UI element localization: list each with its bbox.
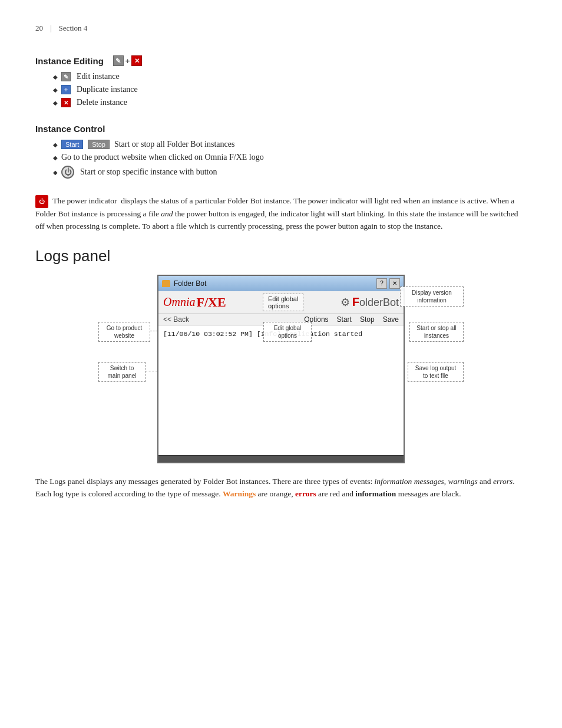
final-paragraph: The Logs panel displays any messages gen… <box>35 475 527 500</box>
instance-control-section: Instance Control Start Stop Start or sto… <box>35 124 527 179</box>
app-window: Folder Bot ? ✕ Omnia F/XE Edit globalopt… <box>157 275 405 463</box>
warnings-label: Warnings <box>223 489 256 498</box>
callout-start-stop-all: Start or stop allinstances <box>409 322 464 342</box>
power-indicator-icon: ⏻ <box>35 195 48 208</box>
menu-save[interactable]: Save <box>383 315 399 324</box>
section-label: Section 4 <box>59 24 88 33</box>
folder-icon <box>162 280 170 287</box>
delete-icon-bullet: ✕ <box>61 98 71 107</box>
bullet-start-stop-specific: ⏻ Start or stop specific instance with b… <box>53 166 527 179</box>
menu-stop[interactable]: Stop <box>360 315 375 324</box>
callout-line-go-to-product <box>150 331 157 331</box>
power-button-icon: ⏻ <box>61 166 74 179</box>
bullet-edit-instance: ✎ Edit instance <box>53 72 527 81</box>
warnings-desc: are orange, <box>256 489 295 498</box>
titlebar-controls: ? ✕ <box>376 278 400 289</box>
folderbot-logo: ⚙ FolderBot <box>340 295 399 309</box>
instance-editing-section: Instance Editing ✎ + ✕ ✎ Edit instance +… <box>35 55 527 107</box>
app-toolbar: Omnia F/XE Edit globaloptions ⚙ FolderBo… <box>158 291 404 314</box>
app-statusbar <box>158 455 404 462</box>
errors-label: errors <box>295 489 316 498</box>
edit-icon-bullet: ✎ <box>61 72 71 81</box>
back-button[interactable]: << Back <box>163 315 189 324</box>
screenshot-area: Go to productwebsite Switch tomain panel… <box>98 275 464 463</box>
delete-icon-heading: ✕ <box>131 55 142 66</box>
app-title: Folder Bot <box>174 279 206 288</box>
bullet-product-website: Go to the product website when clicked o… <box>53 153 527 162</box>
callout-line-switch-main <box>146 371 157 371</box>
information-label: information <box>355 489 396 498</box>
instance-control-heading: Instance Control <box>35 124 527 134</box>
final-text-before: The Logs panel displays any messages gen… <box>35 477 375 486</box>
edit-global-button[interactable]: Edit globaloptions <box>263 294 303 311</box>
omnia-logo: Omnia F/XE <box>163 295 226 310</box>
logs-panel-heading: Logs panel <box>35 247 527 265</box>
final-italic-types: information messages, warnings <box>375 477 478 486</box>
instance-editing-heading: Instance Editing ✎ + ✕ <box>35 55 527 66</box>
page-header: 20 | Section 4 <box>35 24 527 38</box>
bullet-delete-instance: ✕ Delete instance <box>53 98 527 107</box>
callout-go-to-product: Go to productwebsite <box>98 322 150 342</box>
app-titlebar: Folder Bot ? ✕ <box>158 276 404 291</box>
heading-icons: ✎ + ✕ <box>113 55 143 66</box>
callout-display-version: Display versioninformation <box>400 286 464 307</box>
titlebar-left: Folder Bot <box>162 279 206 288</box>
errors-desc: are red and <box>316 489 356 498</box>
final-and: and <box>478 477 493 486</box>
close-button[interactable]: ✕ <box>389 278 400 289</box>
final-italic-errors: errors <box>493 477 513 486</box>
instance-editing-bullets: ✎ Edit instance + Duplicate instance ✕ D… <box>53 72 527 107</box>
separator: | <box>50 24 52 33</box>
start-button-icon: Start <box>61 140 83 149</box>
plus-icon-bullet: + <box>61 85 71 94</box>
info-desc: messages are black. <box>396 489 461 498</box>
power-paragraph: ⏻ The power indicator displays the statu… <box>35 195 527 233</box>
menu-start[interactable]: Start <box>337 315 352 324</box>
help-button[interactable]: ? <box>376 278 387 289</box>
stop-button-icon: Stop <box>88 140 110 149</box>
folderbot-label: FolderBot <box>352 295 399 309</box>
page-number: 20 <box>35 24 43 33</box>
bullet-duplicate-instance: + Duplicate instance <box>53 85 527 94</box>
instance-control-bullets: Start Stop Start or stop all Folder Bot … <box>53 140 527 179</box>
app-log-area: [11/06/10 03:02:52 PM] [Info] Applicatio… <box>158 325 404 455</box>
edit-icon: ✎ <box>113 55 124 66</box>
callout-edit-global: Edit globaloptions <box>263 322 312 342</box>
bullet-start-stop-all: Start Stop Start or stop all Folder Bot … <box>53 140 527 149</box>
options-button-area: Edit globaloptions <box>231 294 336 311</box>
callout-switch-main: Switch tomain panel <box>98 362 146 382</box>
callout-save-log: Save log outputto text file <box>408 362 464 382</box>
gear-icon: ⚙ <box>340 296 350 309</box>
